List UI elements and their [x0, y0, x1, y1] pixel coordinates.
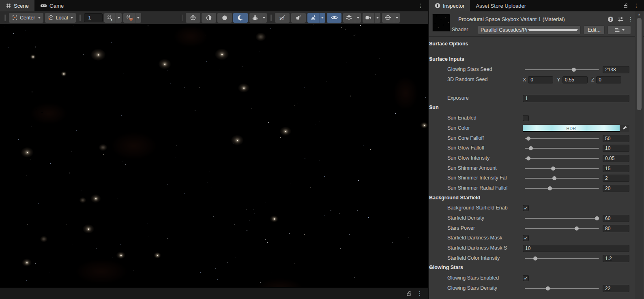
slider[interactable] [523, 175, 601, 182]
slider[interactable] [523, 155, 601, 162]
checkbox[interactable]: ✓ [523, 235, 529, 241]
slider[interactable] [523, 285, 601, 292]
slider-track[interactable] [525, 168, 599, 169]
slider-track[interactable] [525, 228, 599, 229]
slider-handle[interactable] [552, 176, 556, 180]
checkbox[interactable]: ✓ [523, 205, 529, 211]
slider-value-field[interactable]: 1.2 [603, 255, 629, 262]
slider-value-field[interactable]: 2138 [603, 66, 629, 73]
slider-track[interactable] [525, 188, 599, 189]
tool-handle-pivot-button[interactable]: Center [9, 13, 43, 23]
slider-handle[interactable] [548, 186, 552, 190]
slider-value-field[interactable]: 50 [603, 135, 629, 142]
slider-value-field[interactable]: 60 [603, 215, 629, 222]
slider[interactable] [523, 165, 601, 172]
tab-game[interactable]: Game [34, 0, 69, 11]
tool-handle-rotation-button[interactable]: Local [45, 13, 76, 23]
grid-size-input[interactable]: 1 [84, 13, 103, 22]
slider-handle[interactable] [533, 256, 537, 261]
section-header-label[interactable]: Sun [429, 105, 439, 110]
slider-value-field[interactable]: 10 [603, 145, 629, 152]
scene-camera-settings-button[interactable] [363, 13, 380, 23]
slider-handle[interactable] [551, 167, 555, 171]
slider-track[interactable] [525, 69, 599, 70]
gizmos-button[interactable] [382, 13, 400, 23]
lock-open-icon[interactable] [406, 290, 412, 297]
slider-handle[interactable] [575, 226, 579, 231]
slider-track[interactable] [525, 138, 599, 139]
shading-shaded-wireframe-button[interactable] [202, 13, 216, 23]
slider-value-field[interactable]: 15 [603, 165, 629, 172]
slider[interactable] [523, 135, 601, 142]
slider-value-field[interactable]: 2 [603, 175, 629, 182]
chevron-down-icon[interactable] [116, 13, 122, 23]
shader-dropdown[interactable]: Parallel Cascades/Procedural Spa [478, 26, 581, 34]
section-header-label[interactable]: Glowing Stars [429, 265, 463, 270]
slider-track[interactable] [525, 218, 599, 219]
slider[interactable] [523, 185, 601, 192]
shading-unlit-button[interactable] [233, 13, 248, 23]
vector-field[interactable]: 0 [528, 76, 553, 83]
slider-track[interactable] [525, 158, 599, 159]
slider-handle[interactable] [526, 137, 530, 141]
slider-value-field[interactable]: 0.05 [603, 155, 629, 162]
scene-viewport[interactable] [0, 24, 428, 287]
scene-tabbar-kebab-icon[interactable]: ⋮ [413, 0, 428, 11]
grid-snap-button[interactable] [123, 13, 141, 23]
slider-track[interactable] [525, 178, 599, 179]
slider-track[interactable] [525, 288, 599, 289]
vector-field[interactable]: 0 [596, 76, 621, 83]
chevron-down-icon[interactable] [319, 13, 325, 23]
kebab-menu-icon[interactable]: ⋮ [628, 16, 633, 22]
camera-overlay-layers-button[interactable] [343, 13, 361, 23]
shading-wireframe-button[interactable] [186, 13, 200, 23]
inspector-scrollbar[interactable]: ▲ [635, 11, 643, 299]
chevron-down-icon[interactable] [261, 13, 267, 23]
hdr-color-field[interactable]: HDR [523, 125, 629, 132]
value-field[interactable]: 1 [523, 95, 629, 102]
tab-asset-store-uploader[interactable]: Asset Store Uploader [470, 0, 532, 11]
help-icon[interactable]: ? [608, 16, 614, 22]
shader-edit-button[interactable]: Edit... [584, 26, 605, 34]
slider-value-field[interactable]: 20 [603, 185, 629, 192]
shader-properties-button[interactable] [608, 26, 631, 34]
slider-handle[interactable] [572, 68, 576, 72]
checkbox[interactable] [523, 115, 529, 121]
slider[interactable] [523, 215, 601, 222]
slider-value-field[interactable]: 80 [603, 225, 629, 232]
kebab-menu-icon[interactable]: ⋮ [417, 290, 423, 297]
slider-handle[interactable] [546, 286, 550, 290]
chevron-down-icon[interactable] [135, 13, 141, 23]
slider[interactable] [523, 225, 601, 232]
lock-open-icon[interactable] [623, 3, 628, 9]
slider[interactable] [523, 255, 601, 262]
shading-shaded-button[interactable] [217, 13, 232, 23]
tab-inspector[interactable]: Inspector [429, 0, 470, 11]
chevron-down-icon[interactable] [394, 13, 400, 23]
debug-draw-mode-button[interactable] [249, 13, 267, 23]
toggle-2d-button[interactable]: 2D [275, 13, 290, 23]
chevron-down-icon[interactable] [355, 13, 361, 23]
section-header-label[interactable]: Background Starfield [429, 195, 480, 201]
chevron-down-icon[interactable] [374, 13, 380, 23]
slider-handle[interactable] [526, 156, 530, 160]
vector-field[interactable]: 0.55 [562, 76, 588, 83]
slider-handle[interactable] [529, 146, 533, 150]
checkbox[interactable]: ✓ [523, 275, 529, 281]
toggle-audio-button[interactable] [291, 13, 306, 23]
grid-visibility-button[interactable]: Y [104, 13, 122, 23]
slider-value-field[interactable]: 22 [603, 285, 629, 292]
section-header-label[interactable]: Surface Options [429, 41, 468, 47]
slider-handle[interactable] [595, 216, 599, 220]
kebab-menu-icon[interactable]: ⋮ [633, 2, 639, 9]
scene-visibility-button[interactable] [327, 13, 341, 23]
slider-track[interactable] [525, 148, 599, 149]
toggle-effects-button[interactable] [307, 13, 325, 23]
slider[interactable] [523, 145, 601, 152]
toolbar-drag-handle[interactable] [4, 15, 6, 21]
section-header-label[interactable]: Surface Inputs [429, 56, 464, 62]
scrollbar-up-arrow-icon[interactable]: ▲ [635, 13, 643, 16]
tab-scene[interactable]: Scene [0, 0, 34, 11]
value-field[interactable]: 10 [523, 245, 629, 252]
slider[interactable] [523, 66, 601, 73]
